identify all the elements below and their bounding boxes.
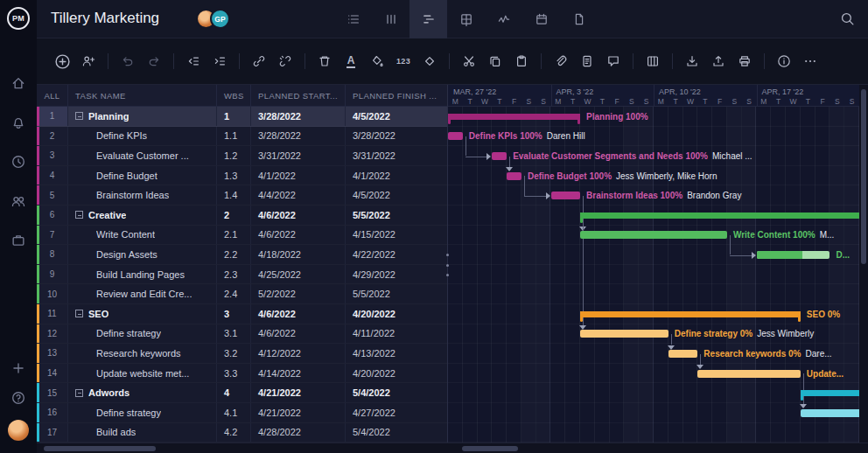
comment-icon[interactable] bbox=[604, 52, 623, 71]
day-letter: S bbox=[644, 97, 649, 106]
table-row[interactable]: 15Adwords44/21/20225/4/2022 bbox=[37, 383, 448, 403]
gantt-bar-task[interactable] bbox=[507, 172, 522, 180]
gantt-bar-task[interactable] bbox=[757, 251, 830, 259]
gantt-bar-task[interactable] bbox=[580, 330, 668, 338]
row-number-cell: 4 bbox=[37, 166, 68, 185]
gantt-bar-summary[interactable] bbox=[580, 213, 859, 219]
cell-wbs: 4.2 bbox=[217, 423, 251, 443]
fill-color-icon[interactable] bbox=[368, 52, 387, 71]
paste-icon[interactable] bbox=[512, 52, 531, 71]
tab-sheet-view[interactable] bbox=[447, 0, 485, 38]
cell-planned-finish: 5/5/2022 bbox=[346, 206, 448, 225]
cut-icon[interactable] bbox=[459, 52, 479, 71]
search-icon[interactable] bbox=[840, 11, 856, 27]
team-icon[interactable] bbox=[10, 193, 26, 209]
copy-icon[interactable] bbox=[486, 52, 505, 71]
cell-planned-finish: 4/5/2022 bbox=[346, 185, 448, 205]
tab-doc-view[interactable] bbox=[560, 0, 598, 38]
delete-icon[interactable] bbox=[315, 52, 334, 71]
more-icon[interactable] bbox=[801, 52, 820, 71]
undo-icon[interactable] bbox=[118, 52, 137, 71]
milestone-icon[interactable] bbox=[420, 52, 439, 71]
font-color-icon[interactable]: A bbox=[341, 52, 360, 71]
link-tasks-icon[interactable] bbox=[249, 52, 269, 71]
tab-calendar-view[interactable] bbox=[522, 0, 560, 38]
gantt-bar-summary[interactable] bbox=[580, 311, 801, 317]
cell-wbs: 2.2 bbox=[217, 245, 251, 264]
collapse-icon[interactable] bbox=[75, 112, 83, 120]
portfolio-icon[interactable] bbox=[10, 233, 26, 248]
info-icon[interactable] bbox=[774, 52, 794, 71]
add-task-icon[interactable] bbox=[52, 52, 72, 71]
export-icon[interactable] bbox=[709, 52, 728, 71]
day-letter: T bbox=[468, 97, 472, 106]
dependency-line bbox=[803, 373, 804, 404]
collapse-icon[interactable] bbox=[75, 310, 83, 317]
print-icon[interactable] bbox=[735, 52, 754, 71]
left-rail: PM bbox=[0, 0, 37, 453]
attach-icon[interactable] bbox=[551, 52, 570, 71]
avatar[interactable]: GP bbox=[210, 9, 230, 29]
splitter-grip-icon[interactable] bbox=[444, 254, 451, 276]
row-number-cell: 3 bbox=[37, 146, 68, 165]
tab-chart-view[interactable] bbox=[485, 0, 522, 38]
gantt-bar-task[interactable] bbox=[580, 231, 727, 239]
gantt-bar-task[interactable] bbox=[801, 409, 859, 417]
table-row[interactable]: 14Update website met...3.34/14/20224/20/… bbox=[37, 364, 448, 384]
tab-list-view[interactable] bbox=[334, 0, 372, 38]
table-row[interactable]: 2Define KPIs1.13/28/20223/28/2022 bbox=[37, 127, 448, 147]
table-row[interactable]: 1Planning13/28/20224/5/2022 bbox=[37, 107, 448, 127]
table-row[interactable]: 4Define Budget1.34/1/20224/1/2022 bbox=[37, 166, 448, 186]
columns-icon[interactable] bbox=[643, 52, 662, 71]
indent-icon[interactable] bbox=[210, 52, 229, 71]
cell-task-name: Evaluate Customer ... bbox=[68, 146, 217, 165]
day-letter: M bbox=[452, 97, 458, 106]
table-row[interactable]: 5Brainstorm Ideas1.44/4/20224/5/2022 bbox=[37, 185, 448, 206]
table-row[interactable]: 16Define strategy4.14/21/20224/27/2022 bbox=[37, 403, 448, 423]
table-row[interactable]: 10Review and Edit Cre...2.45/2/20225/5/2… bbox=[37, 284, 448, 304]
gantt-bar-task[interactable] bbox=[668, 350, 698, 358]
gantt-bar-task[interactable] bbox=[492, 152, 507, 160]
numbers-icon[interactable]: 123 bbox=[394, 52, 413, 71]
cell-planned-start: 4/6/2022 bbox=[251, 206, 346, 225]
table-row[interactable]: 8Design Assets2.24/18/20224/22/2022 bbox=[37, 245, 448, 265]
cell-task-name: Build Landing Pages bbox=[68, 265, 217, 284]
table-body: 1Planning13/28/20224/5/20222Define KPIs1… bbox=[37, 107, 448, 443]
toolbar-separator bbox=[633, 53, 634, 69]
vertical-scroll-thumb[interactable] bbox=[861, 89, 866, 264]
home-icon[interactable] bbox=[10, 75, 26, 91]
table-row[interactable]: 11SEO34/6/20224/20/2022 bbox=[37, 304, 448, 324]
gantt-bar-task[interactable] bbox=[448, 132, 463, 140]
table-scroll-thumb[interactable] bbox=[44, 446, 156, 451]
table-row[interactable]: 6Creative24/6/20225/5/2022 bbox=[37, 206, 448, 226]
gantt-bar-summary[interactable] bbox=[801, 390, 859, 396]
notes-icon[interactable] bbox=[578, 52, 597, 71]
table-row[interactable]: 3Evaluate Customer ...1.23/31/20223/31/2… bbox=[37, 146, 448, 166]
table-row[interactable]: 17Build ads4.24/28/20225/4/2022 bbox=[37, 423, 448, 443]
tab-gantt-view[interactable] bbox=[410, 0, 447, 38]
gantt-scroll-thumb[interactable] bbox=[462, 446, 518, 451]
help-icon[interactable] bbox=[10, 390, 26, 406]
history-icon[interactable] bbox=[10, 154, 26, 170]
gantt-bar-task[interactable] bbox=[551, 192, 581, 199]
table-row[interactable]: 9Build Landing Pages2.34/25/20224/29/202… bbox=[37, 265, 448, 285]
outdent-icon[interactable] bbox=[184, 52, 203, 71]
table-row[interactable]: 7Write Content2.14/6/20224/15/2022 bbox=[37, 226, 448, 246]
collapse-icon[interactable] bbox=[75, 211, 83, 219]
add-user-icon[interactable] bbox=[79, 52, 98, 71]
redo-icon[interactable] bbox=[144, 52, 164, 71]
user-avatar[interactable] bbox=[8, 420, 29, 441]
import-icon[interactable] bbox=[682, 52, 702, 71]
unlink-tasks-icon[interactable] bbox=[276, 52, 295, 71]
gantt-bar-summary[interactable] bbox=[448, 114, 580, 120]
table-row[interactable]: 13Research keywords3.24/12/20224/13/2022 bbox=[37, 344, 448, 364]
tab-board-view[interactable] bbox=[372, 0, 410, 38]
row-color-strip bbox=[37, 364, 39, 383]
collapse-icon[interactable] bbox=[75, 389, 83, 397]
notifications-icon[interactable] bbox=[10, 115, 26, 130]
table-row[interactable]: 12Define strategy3.14/6/20224/11/2022 bbox=[37, 324, 448, 345]
add-icon[interactable] bbox=[10, 360, 26, 376]
row-color-strip bbox=[37, 403, 39, 422]
cell-planned-start: 4/18/2022 bbox=[251, 245, 346, 264]
gantt-bar-task[interactable] bbox=[697, 370, 801, 378]
